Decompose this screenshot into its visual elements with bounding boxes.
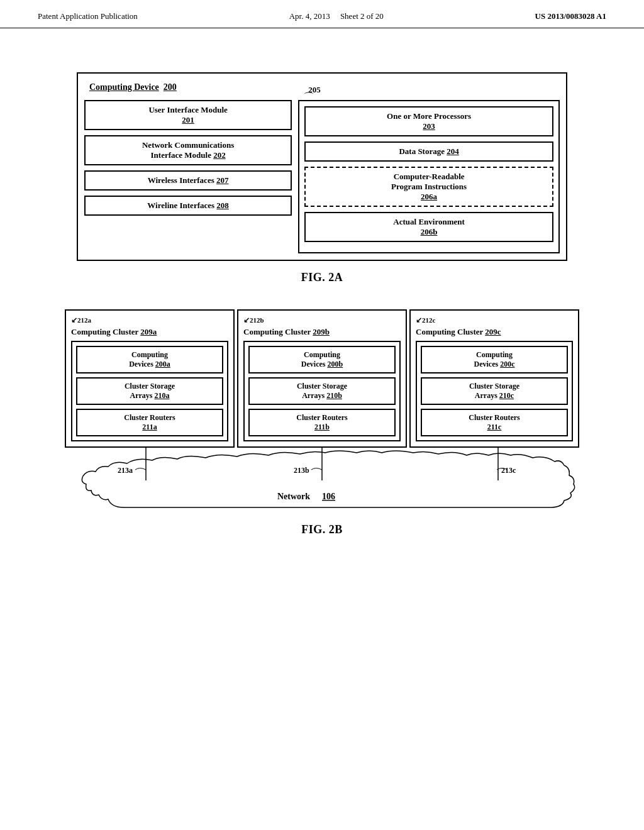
network-comm-module-box: Network CommunicationsInterface Module 2…: [84, 135, 292, 165]
cluster-b-storage-arrays: Cluster StorageArrays 210b: [248, 377, 396, 405]
cluster-a-inner: ComputingDevices 200a Cluster StorageArr…: [71, 341, 228, 441]
cluster-b-inner: ComputingDevices 200b Cluster StorageArr…: [243, 341, 401, 441]
cluster-b-outer-ref: ↙212b: [243, 316, 401, 325]
cluster-b-computing-devices: ComputingDevices 200b: [248, 346, 396, 374]
fig2a-section: Computing Device 200 User Interface Modu…: [50, 72, 594, 284]
cluster-c-routers: Cluster Routers211c: [421, 409, 568, 436]
computing-device-box: Computing Device 200 User Interface Modu…: [77, 72, 567, 261]
right-column: 205 ⌒ One or More Processors203 Data Sto…: [298, 100, 560, 253]
patent-number: US 2013/0083028 A1: [535, 11, 606, 21]
cluster-c-storage-arrays: Cluster StorageArrays 210c: [421, 377, 568, 405]
bracket-205: ⌒: [303, 90, 314, 105]
computing-device-label: Computing Device: [89, 82, 159, 92]
header-left: Patent Application Publication: [38, 11, 138, 21]
svg-text:Network: Network: [277, 492, 310, 501]
cluster-a-routers: Cluster Routers211a: [76, 409, 223, 436]
actual-environment-box: Actual Environment206b: [304, 212, 553, 242]
svg-text:213a: 213a: [118, 466, 133, 475]
fig2b-section: ↙212a Computing Cluster 209a ComputingDe…: [50, 309, 594, 536]
cluster-b-routers: Cluster Routers211b: [248, 409, 396, 436]
user-interface-module-box: User Interface Module201: [84, 100, 292, 130]
network-svg: 213a 213b 213c Network 106: [61, 448, 583, 511]
program-instructions-box: Computer-ReadableProgram Instructions206…: [304, 167, 553, 207]
cluster-c-inner: ComputingDevices 200c Cluster StorageArr…: [416, 341, 573, 441]
cluster-b-title: Computing Cluster 209b: [243, 327, 401, 337]
wireless-interfaces-box: Wireless Interfaces 207: [84, 170, 292, 191]
left-column: User Interface Module201 Network Communi…: [84, 100, 298, 253]
cluster-c-outer-ref: ↙212c: [416, 316, 573, 325]
wireline-interfaces-box: Wireline Interfaces 208: [84, 196, 292, 216]
cluster-c-title: Computing Cluster 209c: [416, 327, 573, 337]
network-area: 213a 213b 213c Network 106: [61, 448, 583, 511]
svg-text:213b: 213b: [294, 466, 309, 475]
page-header: Patent Application Publication Apr. 4, 2…: [0, 0, 644, 28]
two-column-layout: User Interface Module201 Network Communi…: [84, 100, 560, 253]
processors-box: One or More Processors203: [304, 106, 553, 136]
header-center: Apr. 4, 2013 Sheet 2 of 20: [289, 11, 384, 21]
cluster-a-outer: ↙212a Computing Cluster 209a ComputingDe…: [65, 309, 235, 448]
cluster-c-computing-devices: ComputingDevices 200c: [421, 346, 568, 374]
fig2a-label: FIG. 2A: [50, 271, 594, 284]
outer-box-title: Computing Device 200: [84, 80, 560, 95]
data-storage-box: Data Storage 204: [304, 141, 553, 162]
publication-label: Patent Application Publication: [38, 11, 138, 21]
fig2b-label: FIG. 2B: [50, 523, 594, 536]
main-content: Computing Device 200 User Interface Modu…: [0, 28, 644, 555]
svg-text:106: 106: [322, 492, 335, 501]
cluster-a-storage-arrays: Cluster StorageArrays 210a: [76, 377, 223, 405]
cluster-b-outer: ↙212b Computing Cluster 209b ComputingDe…: [237, 309, 407, 448]
clusters-row: ↙212a Computing Cluster 209a ComputingDe…: [61, 309, 583, 448]
cluster-a-outer-ref: ↙212a: [71, 316, 228, 325]
sheet-label: Sheet 2 of 20: [340, 11, 384, 21]
computing-device-ref: 200: [164, 82, 177, 92]
date-label: Apr. 4, 2013: [289, 11, 330, 21]
svg-text:213c: 213c: [501, 466, 516, 475]
cluster-a-title: Computing Cluster 209a: [71, 327, 228, 337]
header-right: US 2013/0083028 A1: [535, 11, 606, 21]
cluster-a-computing-devices: ComputingDevices 200a: [76, 346, 223, 374]
cluster-c-outer: ↙212c Computing Cluster 209c ComputingDe…: [409, 309, 579, 448]
